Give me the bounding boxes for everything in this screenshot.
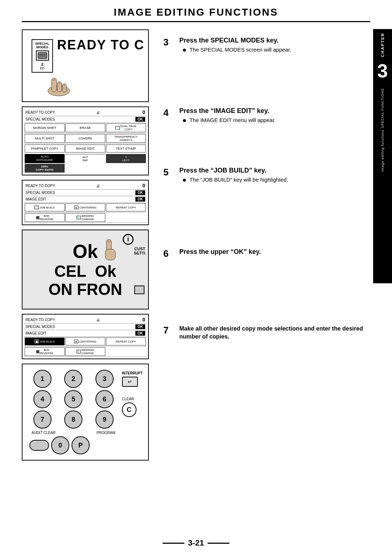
key-3[interactable]: 3 [95, 370, 114, 388]
cust-setti-label: CUSTSETTI [134, 247, 145, 255]
step-7-number: 7 [163, 325, 175, 343]
ok-button-3a[interactable]: OK [135, 324, 145, 329]
centering-btn-2[interactable]: ⊕CENTERING [65, 337, 105, 345]
image-edit-row-3: IMAGE EDIT OK [24, 330, 147, 337]
finger-illustration [44, 71, 73, 98]
buttons-row-1: MARGIN SHIFT ERASE 📄DUAL PAGECOPY [24, 123, 147, 133]
binding-change-btn[interactable]: 📎BINDINGCHANGE [65, 213, 105, 222]
screen-zero: 0 [142, 109, 145, 115]
audit-clear-btn[interactable] [29, 440, 49, 451]
multi-shot-btn[interactable]: MULTI SHOT [25, 134, 65, 143]
special-modes-box: SPECIALMODES 2 ED [32, 39, 53, 73]
key-7[interactable]: 7 [33, 410, 52, 429]
screen-job-build-highlighted: READY TO COPY. 🖨 0 SPECIAL MODES OK IMAG… [22, 314, 149, 359]
ok-button-3b[interactable]: OK [135, 331, 145, 336]
c-key-btn[interactable]: C [122, 402, 136, 417]
bw-reverse-btn-2[interactable]: ⬛B/WREVERSE [25, 347, 65, 356]
transparency-btn[interactable]: TRANSPARENCYINSERTS [106, 134, 146, 143]
covers-btn[interactable]: COVERS [65, 134, 105, 143]
copy-ratio-btn[interactable]: 100%COPY RATIO [25, 164, 65, 173]
step-5: 5 Press the “JOB BUILD” key. The “JOB BU… [163, 167, 370, 183]
printer-icon: 🖨 [96, 110, 100, 114]
page-number: 3-21 [0, 538, 392, 548]
illustration-ready-to-copy: READY TO C SPECIALMODES 2 ED [22, 29, 149, 102]
step-4: 4 Press the “IMAGE EDIT” key. The IMAGE … [163, 107, 370, 123]
bw-reverse-btn[interactable]: ⬛B/WREVERSE [25, 213, 65, 222]
ok-button-2b[interactable]: OK [135, 197, 145, 202]
chapter-label: CHAPTER [380, 33, 385, 57]
select-btn[interactable]: 1LECT [106, 154, 146, 163]
key-2[interactable]: 2 [64, 370, 82, 388]
centering-btn[interactable]: ⊕CENTERING [65, 203, 105, 211]
illustration-ok-key: i CUSTSETTI Ok CEL Ok ON FRON [22, 230, 149, 309]
text-stamp-btn[interactable]: TEXT STAMP [106, 145, 146, 153]
step-6-number: 6 [163, 248, 175, 259]
key-9[interactable]: 9 [95, 410, 114, 429]
step-5-heading: Press the “JOB BUILD” key. [179, 167, 288, 174]
interrupt-label: INTERRUPT [122, 371, 143, 375]
svg-rect-12 [107, 240, 111, 243]
key-5[interactable]: 5 [64, 390, 82, 408]
ready-to-copy-text: READY TO C [57, 37, 144, 53]
image-edit-buttons-row2: ⬛B/WREVERSE 📎BINDINGCHANGE [24, 212, 147, 223]
screen-status-1: READY TO COPY. 🖨 0 [24, 109, 147, 116]
ok-button-2a[interactable]: OK [135, 190, 145, 195]
job-build-btn[interactable]: 📋JOB BUILD [25, 203, 65, 211]
step-5-number: 5 [163, 167, 175, 183]
special-modes-row-2: SPECIAL MODES OK [24, 190, 147, 196]
step-6-heading: Press the upper “OK” key. [179, 248, 261, 256]
special-modes-label: SPECIALMODES [35, 42, 49, 49]
paper-btn[interactable]: AUTPAP [65, 154, 105, 163]
illustrations-column: READY TO C SPECIALMODES 2 ED [22, 29, 149, 461]
screen-zero-3: 0 [142, 317, 145, 323]
printer-icon-3: 🖨 [96, 318, 100, 322]
corner-icon [134, 285, 144, 294]
bottom-status-bar: AUTOEXPOSURE AUTPAP 1LECT 100%COPY RATIO [24, 153, 147, 173]
key-6[interactable]: 6 [95, 390, 114, 408]
screen-image-edit: READY TO COPY. 🖨 0 SPECIAL MODES OK IMAG… [22, 180, 149, 225]
chapter-number: 3 [377, 60, 388, 82]
job-build-highlighted-btn[interactable]: 📋JOB BUILD [25, 337, 65, 345]
step-6-content: Press the upper “OK” key. [179, 248, 261, 259]
ok-large-text: Ok [73, 240, 98, 262]
key-1[interactable]: 1 [33, 370, 52, 388]
step-6: 6 Press the upper “OK” key. [163, 248, 370, 259]
buttons-row-3: PAMPHLET COPY IMAGE EDIT TEXT STAMP [24, 144, 147, 153]
step-7-heading: Make all other desired copy mode selecti… [179, 325, 370, 341]
screen-special-modes: READY TO COPY. 🖨 0 SPECIAL MODES OK MARG… [22, 106, 149, 175]
svg-rect-11 [105, 249, 115, 260]
pamphlet-copy-btn[interactable]: PAMPHLET COPY [25, 145, 65, 153]
job-build-buttons-row1: 📋JOB BUILD ⊕CENTERING REPEAT COPY [24, 337, 147, 347]
step-3-heading: Press the SPECIAL MODES key. [179, 37, 291, 44]
repeat-copy-btn[interactable]: REPEAT COPY [106, 203, 146, 211]
illustration-keypad: 1 2 3 4 5 [22, 364, 149, 461]
screen-status-3: READY TO COPY. 🖨 0 [24, 316, 147, 324]
step-5-bullet: The “JOB BUILD” key will be highlighted. [183, 177, 288, 183]
binding-change-btn-2[interactable]: 📎BINDINGCHANGE [65, 347, 105, 356]
erase-btn[interactable]: ERASE [65, 123, 105, 132]
chapter-sub2: Image editing functions [381, 130, 384, 172]
step-7: 7 Make all other desired copy mode selec… [163, 325, 370, 343]
chapter-sub: SPECIAL FUNCTIONS [381, 88, 384, 128]
key-8[interactable]: 8 [64, 410, 82, 429]
step-7-content: Make all other desired copy mode selecti… [179, 325, 370, 343]
step-3-number: 3 [163, 37, 175, 53]
key-4[interactable]: 4 [33, 390, 52, 408]
printer-icon-2: 🖨 [96, 184, 100, 188]
step-5-content: Press the “JOB BUILD” key. The “JOB BUIL… [179, 167, 288, 183]
svg-rect-0 [38, 53, 47, 58]
steps-column: 3 Press the SPECIAL MODES key. The SPECI… [149, 29, 370, 461]
image-edit-btn[interactable]: IMAGE EDIT [65, 145, 105, 153]
ok-button-1[interactable]: OK [135, 117, 145, 122]
special-modes-row: SPECIAL MODES OK [24, 116, 147, 123]
step-3: 3 Press the SPECIAL MODES key. The SPECI… [163, 37, 370, 53]
buttons-row-2: MULTI SHOT COVERS TRANSPARENCYINSERTS [24, 133, 147, 144]
auto-exposure-btn[interactable]: AUTOEXPOSURE [25, 154, 65, 163]
p-key-btn[interactable]: P [72, 436, 90, 454]
interrupt-key[interactable]: ↵ [122, 377, 138, 387]
repeat-copy-btn-2[interactable]: REPEAT COPY [106, 337, 146, 345]
dual-page-btn[interactable]: 📄DUAL PAGECOPY [106, 123, 146, 132]
key-zero-btn[interactable]: 0 [51, 436, 69, 454]
margin-shift-btn[interactable]: MARGIN SHIFT [25, 123, 65, 132]
screen-zero-2: 0 [142, 183, 145, 189]
